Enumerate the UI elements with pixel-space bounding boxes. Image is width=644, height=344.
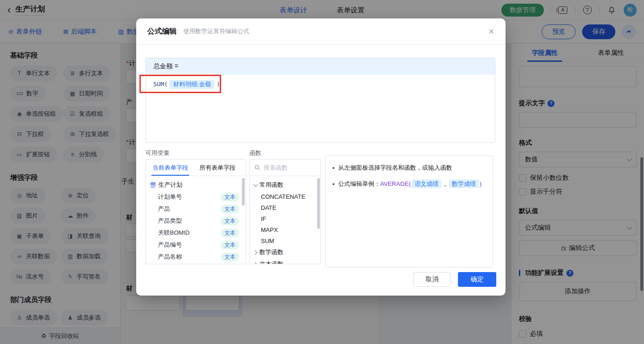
function-group-common[interactable]: 常用函数 bbox=[250, 179, 320, 191]
hint-example-line: • 公式编辑举例：AVERAGE(语文成绩，数学成绩) bbox=[332, 179, 486, 189]
tab-current-form-fields[interactable]: 当前表单字段 bbox=[146, 160, 193, 176]
type-badge: 文本 bbox=[221, 253, 239, 261]
function-item[interactable]: SUM bbox=[250, 235, 320, 246]
close-icon[interactable]: ✕ bbox=[488, 27, 494, 36]
variable-item[interactable]: 产品类型文本 bbox=[146, 215, 246, 227]
app-screen: ‹ 生产计划 表单设计 表单设置 数据管理 A ? 检 ⊘ 表单外链 bbox=[0, 0, 644, 344]
function-item[interactable]: DATE bbox=[250, 202, 320, 213]
function-search[interactable] bbox=[250, 160, 320, 176]
modal-subtitle: 使用数学运算符编辑公式 bbox=[183, 27, 249, 36]
function-list: 常用函数 CONCATENATE DATE IF MAPX SUM 数学函数 文… bbox=[250, 176, 320, 264]
formula-function-open: SUM( bbox=[153, 81, 168, 88]
chevron-down-icon bbox=[253, 182, 258, 187]
cancel-button[interactable]: 取消 bbox=[413, 272, 451, 287]
variable-item[interactable]: 产品文本 bbox=[146, 203, 246, 215]
modal-header: 公式编辑 使用数学运算符编辑公式 ✕ bbox=[136, 18, 506, 45]
variables-label: 可用变量 bbox=[145, 149, 169, 157]
variables-tree: 生产计划 计划单号文本 产品文本 产品类型文本 关联BOMID文本 产品编号文本… bbox=[146, 176, 246, 264]
confirm-button[interactable]: 确定 bbox=[458, 272, 496, 287]
example-field-chip: 数学成绩 bbox=[449, 179, 479, 189]
modal-title: 公式编辑 bbox=[147, 27, 177, 36]
variable-item[interactable]: 计划单号文本 bbox=[146, 191, 246, 203]
formula-editor[interactable]: 总金额 = SUM(材料明细.金额) bbox=[145, 58, 495, 143]
function-group-text[interactable]: 文本函数 bbox=[250, 258, 320, 264]
type-badge: 文本 bbox=[221, 205, 239, 214]
functions-label: 函数 bbox=[249, 149, 261, 157]
chevron-right-icon bbox=[253, 262, 258, 264]
type-badge: 文本 bbox=[221, 193, 239, 202]
search-icon bbox=[254, 165, 260, 171]
type-badge: 文本 bbox=[221, 229, 239, 237]
hint-line: • 从左侧面板选择字段名和函数，或输入函数 bbox=[332, 163, 486, 173]
tab-all-form-fields[interactable]: 所有表单字段 bbox=[193, 160, 240, 176]
variable-item[interactable]: 关联BOMID文本 bbox=[146, 227, 246, 239]
form-doc-icon bbox=[150, 182, 156, 188]
example-field-chip: 语文成绩 bbox=[412, 179, 441, 189]
functions-panel: 常用函数 CONCATENATE DATE IF MAPX SUM 数学函数 文… bbox=[249, 159, 321, 264]
formula-input-area[interactable]: SUM(材料明细.金额) bbox=[146, 75, 495, 142]
variable-item[interactable]: 产品编号文本 bbox=[146, 239, 246, 251]
formula-target: 总金额 = bbox=[146, 58, 495, 75]
search-input[interactable] bbox=[264, 164, 310, 171]
formula-function-close: ) bbox=[217, 81, 220, 88]
function-item[interactable]: CONCATENATE bbox=[250, 191, 320, 202]
scrollbar-thumb[interactable] bbox=[242, 178, 245, 206]
variables-tabs: 当前表单字段 所有表单字段 bbox=[146, 160, 246, 176]
formula-field-chip[interactable]: 材料明细.金额 bbox=[169, 80, 215, 89]
scrollbar-thumb[interactable] bbox=[317, 178, 320, 229]
function-group-math[interactable]: 数学函数 bbox=[250, 246, 320, 258]
tree-root-form[interactable]: 生产计划 bbox=[146, 179, 246, 191]
chevron-right-icon bbox=[253, 250, 258, 255]
variable-item[interactable]: 产品名称文本 bbox=[146, 251, 246, 263]
variables-panel: 当前表单字段 所有表单字段 生产计划 计划单号文本 产品文本 产品类型文本 关联… bbox=[145, 159, 246, 264]
type-badge: 文本 bbox=[221, 241, 239, 249]
function-item[interactable]: MAPX bbox=[250, 224, 320, 235]
function-item[interactable]: IF bbox=[250, 213, 320, 224]
formula-editor-modal: 公式编辑 使用数学运算符编辑公式 ✕ 总金额 = SUM(材料明细.金额) 可用… bbox=[136, 18, 506, 296]
type-badge: 文本 bbox=[221, 217, 239, 225]
hints-panel: • 从左侧面板选择字段名和函数，或输入函数 • 公式编辑举例：AVERAGE(语… bbox=[325, 155, 493, 267]
example-function: AVERAGE( bbox=[380, 180, 411, 187]
